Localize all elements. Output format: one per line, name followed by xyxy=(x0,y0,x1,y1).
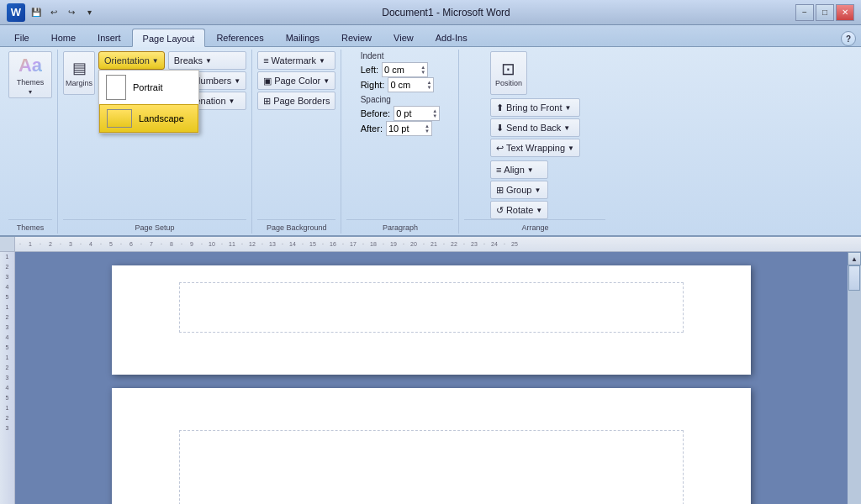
ruler-tick: · xyxy=(399,241,409,247)
scroll-thumb[interactable] xyxy=(848,265,860,291)
tab-bar: File Home Insert Page Layout References … xyxy=(0,25,861,47)
window-title: Document1 - Microsoft Word xyxy=(97,7,795,18)
spacing-after-input[interactable]: ▲ ▼ xyxy=(386,121,432,136)
ruler-num: 2 xyxy=(0,415,14,425)
ruler-num: 4 xyxy=(0,334,14,344)
redo-quick-btn[interactable]: ↪ xyxy=(64,5,79,20)
ruler-num: 2 xyxy=(0,264,14,274)
margins-button[interactable]: ▤ Margins xyxy=(63,51,95,95)
page-bg-col: ≡ Watermark ▼ ▣ Page Color ▼ ⊞ Page Bord… xyxy=(257,51,335,110)
bring-front-button[interactable]: ⬆ Bring to Front ▼ xyxy=(490,98,580,117)
ruler-tick: 19 xyxy=(388,241,399,247)
rotate-label: Rotate xyxy=(506,205,533,215)
ruler-num: 3 xyxy=(0,274,14,284)
undo-quick-btn[interactable]: ↩ xyxy=(46,5,61,20)
scroll-up-btn[interactable]: ▲ xyxy=(848,252,861,265)
spacing-after-value[interactable] xyxy=(388,123,418,134)
ruler-tick: · xyxy=(499,241,510,247)
group-button[interactable]: ⊞ Group ▼ xyxy=(490,181,548,199)
page-borders-icon: ⊞ xyxy=(263,96,271,107)
text-wrapping-button[interactable]: ↩ Text Wrapping ▼ xyxy=(490,139,580,157)
ruler-tick: · xyxy=(358,241,368,247)
page-color-arrow: ▼ xyxy=(323,77,330,85)
minimize-btn[interactable]: − xyxy=(795,4,814,21)
tab-addins[interactable]: Add-Ins xyxy=(425,28,478,46)
themes-drop-arrow: ▾ xyxy=(29,88,32,96)
indent-right-value[interactable] xyxy=(390,80,420,90)
tab-references[interactable]: References xyxy=(205,28,274,46)
send-back-button[interactable]: ⬇ Send to Back ▼ xyxy=(490,118,580,137)
ruler-num: 4 xyxy=(0,385,14,395)
paragraph-group-label: Paragraph xyxy=(346,219,453,232)
ruler-num: 5 xyxy=(0,344,14,354)
ruler-tick: 15 xyxy=(308,241,318,247)
tab-insert[interactable]: Insert xyxy=(87,28,132,46)
group-icon: ⊞ xyxy=(496,185,504,196)
tab-page-layout[interactable]: Page Layout xyxy=(132,29,206,47)
indent-right-down[interactable]: ▼ xyxy=(426,85,431,90)
themes-button[interactable]: Aa Themes ▾ xyxy=(8,51,52,98)
indent-left-down[interactable]: ▼ xyxy=(420,70,425,75)
ruler-tick: 18 xyxy=(368,241,378,247)
position-icon: ⊡ xyxy=(501,59,515,79)
tab-file[interactable]: File xyxy=(3,28,40,46)
breaks-button[interactable]: Breaks ▼ xyxy=(168,51,246,70)
ruler-tick: 20 xyxy=(409,241,419,247)
watermark-arrow: ▼ xyxy=(319,57,325,65)
position-button[interactable]: ⊡ Position xyxy=(490,51,527,95)
indent-right-row: Right: ▲ ▼ xyxy=(361,77,440,92)
arrange-col2: ≡ Align ▼ ⊞ Group ▼ ↺ Rotate ▼ xyxy=(490,160,548,219)
bring-front-icon: ⬆ xyxy=(496,102,504,113)
ruler-num: 1 xyxy=(0,354,14,365)
align-button[interactable]: ≡ Align ▼ xyxy=(490,160,548,179)
ruler-tick: 4 xyxy=(86,241,96,247)
scroll-track[interactable] xyxy=(848,265,861,504)
ruler-tick: · xyxy=(338,241,348,247)
ruler-num: 1 xyxy=(0,405,14,415)
ruler-tick: · xyxy=(76,241,86,247)
spacing-after-label: After: xyxy=(361,123,383,134)
ruler-tick: · xyxy=(116,241,126,247)
rotate-arrow: ▼ xyxy=(536,207,542,214)
orientation-button[interactable]: Orientation ▼ xyxy=(98,51,165,70)
maximize-btn[interactable]: □ xyxy=(816,4,834,21)
indent-left-label: Left: xyxy=(361,65,378,75)
help-btn[interactable]: ? xyxy=(841,31,856,46)
save-quick-btn[interactable]: 💾 xyxy=(29,5,44,20)
page-borders-button[interactable]: ⊞ Page Borders xyxy=(257,92,335,110)
ruler-tick: 1 xyxy=(25,241,35,247)
indent-left-value[interactable] xyxy=(384,65,414,75)
doc-area[interactable] xyxy=(15,252,848,504)
ruler-tick: · xyxy=(257,241,267,247)
themes-group-label: Themes xyxy=(8,219,52,232)
tab-review[interactable]: Review xyxy=(330,28,383,46)
ruler-num: 5 xyxy=(0,395,14,405)
dropdown-quick-btn[interactable]: ▾ xyxy=(82,5,97,20)
ruler-tick: 7 xyxy=(146,241,156,247)
tab-mailings[interactable]: Mailings xyxy=(275,28,330,46)
tab-home[interactable]: Home xyxy=(40,28,87,46)
window-controls: − □ ✕ xyxy=(795,4,854,21)
spacing-after-down[interactable]: ▼ xyxy=(425,129,430,134)
page-background-group: ≡ Watermark ▼ ▣ Page Color ▼ ⊞ Page Bord… xyxy=(252,50,341,234)
ruler-tick: · xyxy=(177,241,187,247)
portrait-option[interactable]: Portrait xyxy=(99,71,198,104)
page-color-button[interactable]: ▣ Page Color ▼ xyxy=(257,71,335,90)
rotate-icon: ↺ xyxy=(496,205,504,216)
tab-view[interactable]: View xyxy=(383,28,425,46)
spacing-before-input[interactable]: ▲ ▼ xyxy=(394,106,440,121)
ruler-tick: · xyxy=(298,241,308,247)
landscape-option[interactable]: Landscape xyxy=(99,104,198,133)
spacing-before-down[interactable]: ▼ xyxy=(432,113,437,118)
spacing-before-value[interactable] xyxy=(396,108,425,118)
indent-left-input[interactable]: ▲ ▼ xyxy=(382,62,428,77)
ruler-tick: 11 xyxy=(227,241,237,247)
indent-right-input[interactable]: ▲ ▼ xyxy=(388,77,434,92)
text-wrap-arrow: ▼ xyxy=(568,144,574,152)
rotate-button[interactable]: ↺ Rotate ▼ xyxy=(490,201,548,219)
spacing-after-arrows: ▲ ▼ xyxy=(425,123,430,134)
ruler-tick: 17 xyxy=(348,241,358,247)
watermark-button[interactable]: ≡ Watermark ▼ xyxy=(257,51,335,70)
landscape-preview xyxy=(107,109,132,128)
close-btn[interactable]: ✕ xyxy=(836,4,854,21)
